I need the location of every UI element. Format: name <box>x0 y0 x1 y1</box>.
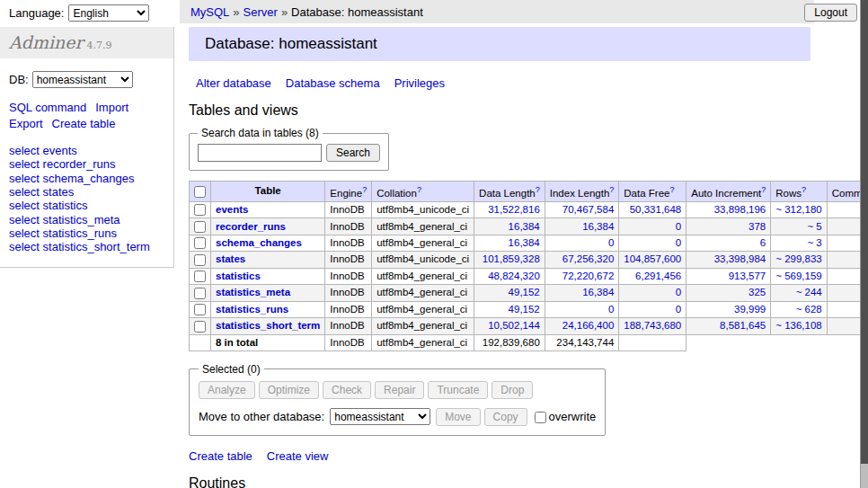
data-length-link[interactable]: 49,152 <box>509 287 540 297</box>
check-button[interactable]: Check <box>323 381 371 399</box>
search-button[interactable]: Search <box>326 144 380 162</box>
sidebar-link-create-table[interactable]: Create table <box>52 117 116 130</box>
language-select[interactable]: English <box>68 4 149 22</box>
help-link[interactable]: ? <box>669 185 674 194</box>
row-checkbox[interactable] <box>194 271 206 282</box>
help-link[interactable]: ? <box>609 185 614 194</box>
rows-link[interactable]: ~ 569,159 <box>775 271 821 281</box>
rows-link[interactable]: ~ 5 <box>807 221 821 232</box>
sidebar-table-link-select-statistics-meta[interactable]: select statistics_meta <box>9 213 164 226</box>
table-name-link[interactable]: recorder_runs <box>216 221 286 232</box>
data-free-link[interactable]: 104,857,600 <box>624 253 681 264</box>
row-checkbox[interactable] <box>194 221 206 233</box>
table-name-link[interactable]: statistics <box>216 271 261 281</box>
sidebar-table-link-select-statistics[interactable]: select statistics <box>9 199 164 212</box>
help-link[interactable]: ? <box>362 185 367 194</box>
sidebar-table-link-select-statistics-runs[interactable]: select statistics_runs <box>9 226 164 240</box>
data-free-link[interactable]: 188,743,680 <box>624 320 681 331</box>
data-free-link[interactable]: 0 <box>676 304 681 315</box>
move-button[interactable]: Move <box>436 408 480 426</box>
sidebar-table-link-select-states[interactable]: select states <box>9 185 164 199</box>
index-length-link[interactable]: 24,166,400 <box>562 320 615 331</box>
index-length-link[interactable]: 67,256,320 <box>562 253 615 264</box>
index-length-link[interactable]: 0 <box>608 304 614 315</box>
action-link-privileges[interactable]: Privileges <box>394 76 445 90</box>
breadcrumb-link-server[interactable]: Server <box>244 5 278 19</box>
rows-link[interactable]: ~ 136,108 <box>775 320 821 331</box>
truncate-button[interactable]: Truncate <box>428 381 488 399</box>
vertical-scrollbar[interactable] <box>860 0 868 488</box>
action-link-alter-database[interactable]: Alter database <box>196 76 271 90</box>
table-name-link[interactable]: statistics_meta <box>216 287 290 297</box>
table-name-link[interactable]: events <box>216 204 248 215</box>
copy-button[interactable]: Copy <box>484 408 527 426</box>
index-length-link[interactable]: 70,467,584 <box>562 204 615 215</box>
repair-button[interactable]: Repair <box>375 381 424 399</box>
data-free-link[interactable]: 0 <box>676 221 681 232</box>
data-length-link[interactable]: 16,384 <box>509 221 540 232</box>
sidebar-table-link-select-events[interactable]: select events <box>9 144 164 157</box>
optimize-button[interactable]: Optimize <box>259 381 319 399</box>
help-link[interactable]: ? <box>417 185 421 194</box>
auto-increment-link[interactable]: 33,898,196 <box>714 204 766 215</box>
db-select[interactable]: homeassistant <box>32 71 133 88</box>
table-name-link[interactable]: statistics_runs <box>216 304 288 315</box>
rows-link[interactable]: ~ 628 <box>796 304 822 315</box>
sidebar-table-link-select-schema-changes[interactable]: select schema_changes <box>9 172 164 185</box>
rows-link[interactable]: ~ 312,180 <box>775 204 821 215</box>
move-db-select[interactable]: homeassistant <box>330 408 430 425</box>
row-checkbox[interactable] <box>194 321 206 333</box>
sidebar-table-link-select-recorder-runs[interactable]: select recorder_runs <box>9 157 164 171</box>
data-free-link[interactable]: 0 <box>676 237 681 248</box>
rows-link[interactable]: ~ 3 <box>807 237 821 248</box>
index-length-link[interactable]: 16,384 <box>582 221 614 232</box>
analyze-button[interactable]: Analyze <box>199 381 255 399</box>
auto-increment-link[interactable]: 8,581,645 <box>720 320 766 331</box>
data-free-link[interactable]: 6,291,456 <box>635 271 681 281</box>
data-length-link[interactable]: 10,502,144 <box>488 320 540 331</box>
sidebar-link-import[interactable]: Import <box>95 101 128 114</box>
row-checkbox[interactable] <box>194 288 206 299</box>
auto-increment-link[interactable]: 33,398,984 <box>714 253 766 264</box>
action-link-database-schema[interactable]: Database schema <box>286 76 380 90</box>
data-length-link[interactable]: 16,384 <box>509 237 540 248</box>
create-view-link[interactable]: Create view <box>267 449 329 463</box>
row-checkbox[interactable] <box>194 254 206 266</box>
rows-link[interactable]: ~ 244 <box>796 287 822 297</box>
auto-increment-link[interactable]: 39,999 <box>734 304 766 315</box>
sidebar-table-link-select-statistics-short-term[interactable]: select statistics_short_term <box>9 240 164 253</box>
row-checkbox[interactable] <box>194 204 206 216</box>
select-all-checkbox[interactable] <box>194 186 206 198</box>
auto-increment-link[interactable]: 913,577 <box>729 271 766 281</box>
search-input[interactable] <box>198 144 322 162</box>
table-name-link[interactable]: statistics_short_term <box>216 320 320 331</box>
help-link[interactable]: ? <box>802 185 806 194</box>
data-length-link[interactable]: 31,522,816 <box>488 204 540 215</box>
data-free-link[interactable]: 50,331,648 <box>630 204 682 215</box>
auto-increment-link[interactable]: 378 <box>748 221 766 232</box>
data-free-link[interactable]: 0 <box>676 287 681 297</box>
logout-button[interactable]: Logout <box>804 4 857 22</box>
data-length-link[interactable]: 49,152 <box>509 304 540 315</box>
scrollbar-thumb[interactable] <box>861 0 868 464</box>
data-length-link[interactable]: 101,859,328 <box>483 253 540 264</box>
auto-increment-link[interactable]: 6 <box>760 237 766 248</box>
table-name-link[interactable]: schema_changes <box>216 237 302 248</box>
rows-link[interactable]: ~ 299,833 <box>775 253 821 264</box>
overwrite-checkbox[interactable] <box>535 412 546 423</box>
data-length-link[interactable]: 48,824,320 <box>488 271 540 281</box>
index-length-link[interactable]: 16,384 <box>582 287 614 297</box>
sidebar-link-export[interactable]: Export <box>9 117 43 130</box>
create-table-link[interactable]: Create table <box>189 449 252 463</box>
row-checkbox[interactable] <box>194 237 206 249</box>
breadcrumb-link-mysql[interactable]: MySQL <box>190 5 229 19</box>
help-link[interactable]: ? <box>536 185 540 194</box>
drop-button[interactable]: Drop <box>492 381 533 399</box>
index-length-link[interactable]: 0 <box>608 237 614 248</box>
sidebar-link-sql-command[interactable]: SQL command <box>9 101 86 114</box>
auto-increment-link[interactable]: 325 <box>748 287 766 297</box>
table-name-link[interactable]: states <box>216 253 245 264</box>
index-length-link[interactable]: 72,220,672 <box>562 271 615 281</box>
row-checkbox[interactable] <box>194 304 206 315</box>
help-link[interactable]: ? <box>761 185 766 194</box>
